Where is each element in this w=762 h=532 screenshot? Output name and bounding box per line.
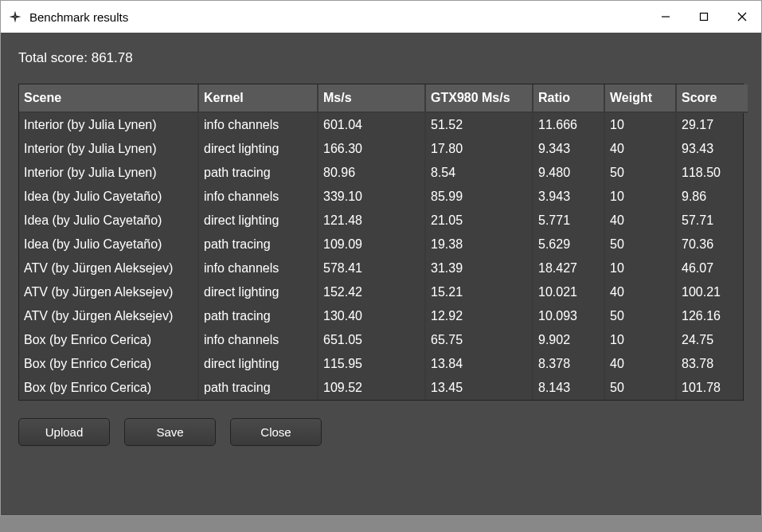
client-area: Total score: 861.78 Scene Kernel Ms/s GT… (1, 33, 761, 515)
cell-gtx: 51.52 (425, 112, 533, 137)
cell-ratio: 8.143 (533, 376, 604, 400)
cell-gtx: 21.05 (425, 209, 533, 233)
cell-ratio: 10.021 (533, 280, 604, 304)
titlebar[interactable]: Benchmark results (1, 1, 761, 33)
cell-weight: 10 (604, 185, 676, 209)
cell-ms: 166.30 (318, 137, 425, 161)
total-score: Total score: 861.78 (18, 50, 744, 66)
results-table-container: Scene Kernel Ms/s GTX980 Ms/s Ratio Weig… (18, 84, 744, 401)
cell-gtx: 19.38 (425, 233, 533, 256)
cell-scene: ATV (by Jürgen Aleksejev) (19, 280, 198, 304)
cell-ratio: 9.480 (533, 161, 604, 185)
table-row[interactable]: Interior (by Julia Lynen)direct lighting… (19, 137, 748, 161)
total-score-value: 861.78 (92, 50, 133, 65)
cell-score: 29.17 (676, 112, 748, 137)
cell-ms: 651.05 (318, 328, 425, 352)
app-icon (7, 9, 23, 25)
cell-score: 93.43 (676, 137, 748, 161)
cell-ms: 109.09 (318, 233, 425, 256)
cell-scene: Idea (by Julio Cayetaño) (19, 185, 198, 209)
cell-gtx: 8.54 (425, 161, 533, 185)
cell-scene: Box (by Enrico Cerica) (19, 376, 198, 400)
total-score-label: Total score: (18, 50, 88, 65)
cell-ms: 121.48 (318, 209, 425, 233)
cell-ratio: 5.629 (533, 233, 604, 256)
cell-kernel: direct lighting (198, 352, 318, 376)
cell-scene: Box (by Enrico Cerica) (19, 352, 198, 376)
cell-scene: Box (by Enrico Cerica) (19, 328, 198, 352)
header-ratio[interactable]: Ratio (533, 84, 604, 112)
cell-ms: 578.41 (318, 256, 425, 280)
cell-weight: 40 (604, 209, 676, 233)
cell-ms: 339.10 (318, 185, 425, 209)
cell-ratio: 18.427 (533, 256, 604, 280)
cell-score: 83.78 (676, 352, 748, 376)
table-row[interactable]: Idea (by Julio Cayetaño)direct lighting1… (19, 209, 748, 233)
close-window-button[interactable] (723, 1, 761, 33)
cell-weight: 50 (604, 376, 676, 400)
header-gtx[interactable]: GTX980 Ms/s (425, 84, 533, 112)
table-row[interactable]: Interior (by Julia Lynen)path tracing80.… (19, 161, 748, 185)
cell-gtx: 15.21 (425, 280, 533, 304)
cell-gtx: 65.75 (425, 328, 533, 352)
table-row[interactable]: Box (by Enrico Cerica)info channels651.0… (19, 328, 748, 352)
header-ms[interactable]: Ms/s (318, 84, 425, 112)
header-score[interactable]: Score (676, 84, 748, 112)
button-row: Upload Save Close (18, 418, 744, 446)
cell-score: 101.78 (676, 376, 748, 400)
cell-gtx: 13.45 (425, 376, 533, 400)
cell-scene: Idea (by Julio Cayetaño) (19, 233, 198, 256)
table-row[interactable]: Box (by Enrico Cerica)path tracing109.52… (19, 376, 748, 400)
cell-ratio: 8.378 (533, 352, 604, 376)
close-button[interactable]: Close (230, 418, 322, 446)
cell-scene: Idea (by Julio Cayetaño) (19, 209, 198, 233)
cell-ratio: 11.666 (533, 112, 604, 137)
table-row[interactable]: ATV (by Jürgen Aleksejev)info channels57… (19, 256, 748, 280)
cell-score: 9.86 (676, 185, 748, 209)
cell-gtx: 12.92 (425, 304, 533, 328)
header-kernel[interactable]: Kernel (198, 84, 318, 112)
header-weight[interactable]: Weight (604, 84, 676, 112)
maximize-button[interactable] (685, 1, 723, 33)
cell-score: 100.21 (676, 280, 748, 304)
cell-weight: 10 (604, 256, 676, 280)
cell-kernel: direct lighting (198, 280, 318, 304)
save-button[interactable]: Save (124, 418, 216, 446)
cell-score: 46.07 (676, 256, 748, 280)
cell-weight: 50 (604, 161, 676, 185)
cell-gtx: 17.80 (425, 137, 533, 161)
cell-score: 126.16 (676, 304, 748, 328)
cell-weight: 10 (604, 112, 676, 137)
cell-kernel: direct lighting (198, 137, 318, 161)
cell-weight: 40 (604, 352, 676, 376)
cell-scene: ATV (by Jürgen Aleksejev) (19, 304, 198, 328)
cell-ms: 601.04 (318, 112, 425, 137)
cell-score: 70.36 (676, 233, 748, 256)
cell-kernel: path tracing (198, 161, 318, 185)
cell-kernel: info channels (198, 328, 318, 352)
results-table: Scene Kernel Ms/s GTX980 Ms/s Ratio Weig… (19, 84, 748, 400)
svg-rect-1 (701, 14, 708, 21)
cell-gtx: 13.84 (425, 352, 533, 376)
table-row[interactable]: ATV (by Jürgen Aleksejev)path tracing130… (19, 304, 748, 328)
window-title: Benchmark results (29, 10, 128, 24)
table-row[interactable]: Idea (by Julio Cayetaño)info channels339… (19, 185, 748, 209)
upload-button[interactable]: Upload (18, 418, 110, 446)
table-row[interactable]: ATV (by Jürgen Aleksejev)direct lighting… (19, 280, 748, 304)
cell-weight: 50 (604, 304, 676, 328)
cell-ms: 109.52 (318, 376, 425, 400)
minimize-button[interactable] (647, 1, 685, 33)
cell-gtx: 85.99 (425, 185, 533, 209)
cell-kernel: path tracing (198, 304, 318, 328)
cell-weight: 40 (604, 280, 676, 304)
cell-kernel: info channels (198, 112, 318, 137)
cell-kernel: info channels (198, 256, 318, 280)
table-row[interactable]: Idea (by Julio Cayetaño)path tracing109.… (19, 233, 748, 256)
benchmark-window: Benchmark results Total score: 861.78 Sc… (0, 0, 762, 516)
table-row[interactable]: Box (by Enrico Cerica)direct lighting115… (19, 352, 748, 376)
table-row[interactable]: Interior (by Julia Lynen)info channels60… (19, 112, 748, 137)
cell-ratio: 10.093 (533, 304, 604, 328)
cell-kernel: path tracing (198, 233, 318, 256)
header-scene[interactable]: Scene (19, 84, 198, 112)
cell-ratio: 3.943 (533, 185, 604, 209)
